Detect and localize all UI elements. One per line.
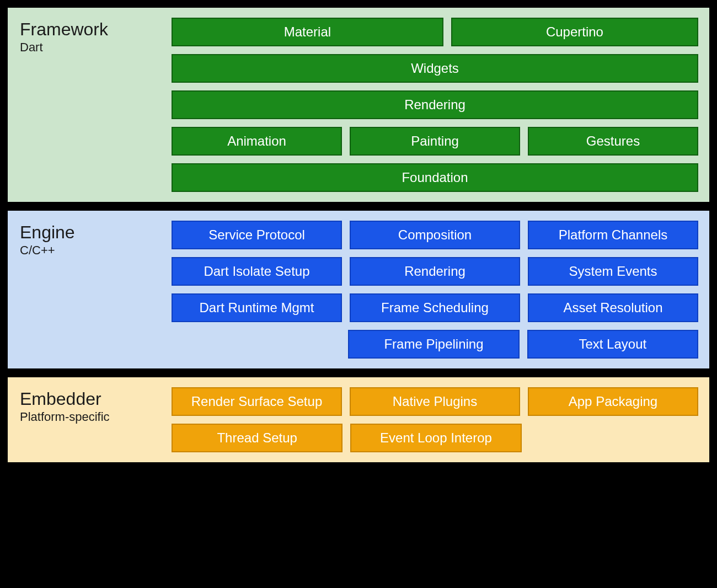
engine-row-0: Service Protocol Composition Platform Ch… (172, 221, 698, 249)
layer-engine-subtitle: C/C++ (20, 243, 160, 258)
box-service-protocol: Service Protocol (172, 221, 342, 249)
box-thread-setup: Thread Setup (172, 424, 343, 452)
box-engine-rendering: Rendering (350, 257, 520, 286)
layer-framework-subtitle: Dart (20, 40, 160, 55)
box-foundation: Foundation (172, 163, 698, 192)
box-asset-resolution: Asset Resolution (528, 293, 698, 322)
box-animation: Animation (172, 127, 342, 156)
layer-engine-body: Service Protocol Composition Platform Ch… (172, 221, 698, 359)
layer-engine-header: Engine C/C++ (20, 221, 160, 359)
box-dart-isolate-setup: Dart Isolate Setup (172, 257, 342, 286)
box-frame-scheduling: Frame Scheduling (350, 293, 520, 322)
layer-framework-title: Framework (20, 20, 160, 39)
framework-row-3: Animation Painting Gestures (172, 127, 698, 156)
layer-embedder-header: Embedder Platform-specific (20, 387, 160, 452)
box-composition: Composition (350, 221, 520, 249)
engine-row-2: Dart Runtime Mgmt Frame Scheduling Asset… (172, 293, 698, 322)
engine-row-3: Frame Pipelining Text Layout (172, 330, 698, 359)
box-cupertino: Cupertino (451, 18, 698, 46)
box-rendering: Rendering (172, 90, 698, 119)
box-frame-pipelining: Frame Pipelining (348, 330, 519, 359)
box-dart-runtime-mgmt: Dart Runtime Mgmt (172, 293, 342, 322)
layer-embedder-subtitle: Platform-specific (20, 410, 160, 424)
box-painting: Painting (350, 127, 520, 156)
layer-embedder-title: Embedder (20, 389, 160, 409)
layer-framework-body: Material Cupertino Widgets Rendering Ani… (172, 18, 698, 192)
box-material: Material (172, 18, 443, 46)
layer-engine: Engine C/C++ Service Protocol Compositio… (7, 210, 710, 370)
layer-framework-header: Framework Dart (20, 18, 160, 192)
layer-embedder-body: Render Surface Setup Native Plugins App … (172, 387, 698, 452)
box-app-packaging: App Packaging (528, 387, 698, 416)
box-widgets: Widgets (172, 54, 698, 83)
layer-embedder: Embedder Platform-specific Render Surfac… (7, 376, 710, 463)
framework-row-0: Material Cupertino (172, 18, 698, 46)
box-render-surface-setup: Render Surface Setup (172, 387, 342, 416)
box-platform-channels: Platform Channels (528, 221, 698, 249)
framework-row-2: Rendering (172, 90, 698, 119)
layer-engine-title: Engine (20, 223, 160, 242)
layer-framework: Framework Dart Material Cupertino Widget… (7, 7, 710, 203)
box-event-loop-interop: Event Loop Interop (350, 424, 521, 452)
box-native-plugins: Native Plugins (350, 387, 520, 416)
box-text-layout: Text Layout (527, 330, 698, 359)
box-system-events: System Events (528, 257, 698, 286)
engine-row-1: Dart Isolate Setup Rendering System Even… (172, 257, 698, 286)
framework-row-1: Widgets (172, 54, 698, 83)
box-gestures: Gestures (528, 127, 698, 156)
embedder-row-0: Render Surface Setup Native Plugins App … (172, 387, 698, 416)
framework-row-4: Foundation (172, 163, 698, 192)
embedder-row-1: Thread Setup Event Loop Interop (172, 424, 698, 452)
